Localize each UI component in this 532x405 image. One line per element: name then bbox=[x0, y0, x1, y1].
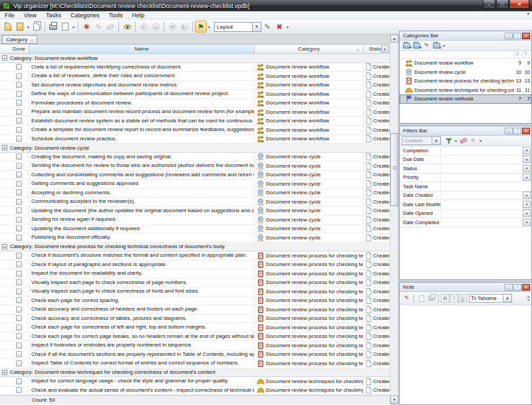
status-filter-dropdown-icon[interactable]: ▼ bbox=[381, 45, 388, 53]
done-checkbox[interactable] bbox=[16, 127, 22, 133]
category-tree-item[interactable]: Document review process for checking tec… bbox=[400, 76, 531, 86]
task-row[interactable]: Sending for review again if required.Doc… bbox=[0, 215, 390, 225]
flag-view-toggle[interactable]: ⚑ bbox=[195, 21, 207, 33]
task-row[interactable]: Communicating accepted to the reviewer(s… bbox=[0, 198, 390, 207]
layout-combobox-value[interactable]: Layout bbox=[214, 22, 253, 32]
save-filter-button[interactable] bbox=[444, 136, 454, 146]
done-checkbox[interactable] bbox=[16, 351, 22, 357]
filter-dropdown-icon[interactable]: ▼ bbox=[523, 165, 531, 172]
task-row[interactable]: Schedule document review practice.Docume… bbox=[0, 135, 390, 144]
done-checkbox[interactable] bbox=[16, 172, 22, 178]
done-checkbox[interactable] bbox=[16, 163, 22, 169]
task-row[interactable]: Check and evaluate the actual sense of d… bbox=[0, 386, 390, 396]
category-tree-item[interactable]: Document review workflow99 bbox=[400, 59, 531, 68]
font-combobox[interactable]: TtTahoma ▼ bbox=[469, 294, 512, 303]
new-category-button[interactable]: + bbox=[402, 41, 412, 51]
new-item-dropdown-icon[interactable]: ▾ bbox=[26, 25, 31, 29]
category-tree-item[interactable]: Document review methods77 bbox=[400, 94, 531, 104]
print-button[interactable] bbox=[47, 21, 59, 33]
note-editor[interactable] bbox=[400, 305, 531, 404]
done-checkbox[interactable] bbox=[16, 118, 22, 124]
done-checkbox[interactable] bbox=[16, 109, 22, 115]
done-checkbox[interactable] bbox=[16, 73, 22, 79]
done-checkbox[interactable] bbox=[16, 360, 22, 366]
delete-filter-button[interactable]: ✖ bbox=[468, 136, 478, 146]
done-checkbox[interactable] bbox=[16, 82, 22, 88]
save-filter-dropdown-icon[interactable]: ▾ bbox=[454, 138, 458, 143]
filter-dropdown-icon[interactable]: ▼ bbox=[523, 219, 531, 226]
category-tree-item[interactable]: Document review cycle1010 bbox=[400, 68, 531, 77]
new-note-button[interactable] bbox=[416, 294, 426, 303]
menu-item-tools[interactable]: Tools bbox=[104, 12, 127, 19]
category-tree-item[interactable]: Document review techniques for checking … bbox=[400, 86, 531, 95]
task-row[interactable]: Check each page for correct page breaks,… bbox=[0, 333, 390, 342]
menu-item-view[interactable]: View bbox=[19, 12, 41, 19]
task-row[interactable]: Prepare and maintain document review rec… bbox=[0, 108, 390, 117]
bold-button[interactable]: B bbox=[441, 294, 450, 303]
panel-close-button[interactable]: ✕ bbox=[522, 128, 530, 134]
group-by-chip-category[interactable]: Category △ bbox=[2, 35, 37, 44]
task-row[interactable]: Inspect for correct language usage - che… bbox=[0, 377, 390, 386]
group-collapse-icon[interactable] bbox=[2, 145, 7, 150]
scroll-up-icon[interactable]: ▲ bbox=[390, 35, 398, 43]
done-checkbox[interactable] bbox=[16, 225, 22, 231]
done-checkbox[interactable] bbox=[16, 64, 22, 70]
task-row[interactable]: Define the ways of communication between… bbox=[0, 90, 390, 99]
task-row[interactable]: Getting comments and suggestions approve… bbox=[0, 180, 390, 189]
filter-dropdown-icon[interactable]: ▼ bbox=[523, 174, 531, 181]
task-row[interactable]: Create a template for document review re… bbox=[0, 126, 390, 135]
print-dropdown-icon[interactable]: ▾ bbox=[71, 25, 76, 29]
column-header-name[interactable]: Name bbox=[29, 45, 255, 53]
done-checkbox[interactable] bbox=[16, 100, 22, 106]
column-header-status[interactable]: Status ▼ bbox=[364, 45, 390, 53]
task-row[interactable]: Check accuracy and correctness of header… bbox=[0, 305, 390, 315]
new-subcategory-button[interactable]: + bbox=[412, 41, 422, 51]
new-item-button[interactable] bbox=[14, 21, 26, 33]
vertical-scrollbar[interactable]: ▲ ▼ bbox=[390, 35, 398, 404]
scrollbar-thumb[interactable] bbox=[390, 133, 398, 206]
panel-pin-button[interactable]: ⊤ bbox=[513, 128, 521, 134]
font-dropdown-icon[interactable]: ▼ bbox=[503, 294, 512, 303]
minimize-button[interactable]: – bbox=[483, 0, 495, 9]
filter-dropdown-icon[interactable]: ▼ bbox=[523, 147, 531, 154]
note-toolbar-dropdown-icon[interactable]: ▾ bbox=[528, 299, 530, 302]
group-collapse-icon[interactable] bbox=[2, 244, 7, 249]
task-row[interactable]: Collecting and consolidating comments an… bbox=[0, 171, 390, 180]
done-checkbox[interactable] bbox=[16, 217, 22, 223]
edit-task-button[interactable]: ✎ bbox=[92, 21, 104, 33]
column-header-done[interactable]: Done bbox=[9, 45, 29, 53]
task-row[interactable]: Formulate procedures of document review.… bbox=[0, 99, 390, 108]
move-up-button[interactable]: ▲ bbox=[150, 21, 162, 33]
filters-toolbar-overflow-icon[interactable]: ▾ bbox=[478, 138, 483, 143]
scroll-down-icon[interactable]: ▼ bbox=[390, 396, 398, 404]
layout-combobox[interactable]: Layout ▼ bbox=[214, 22, 261, 32]
task-row[interactable]: Inspect the document for readability and… bbox=[0, 269, 390, 279]
task-row[interactable]: Create a list of reviewers, define their… bbox=[0, 72, 390, 81]
done-checkbox[interactable] bbox=[16, 271, 22, 277]
task-row[interactable]: Sending the document for review to those… bbox=[0, 162, 390, 171]
categories-toolbar-overflow-icon[interactable]: ▾ bbox=[442, 43, 446, 48]
done-checkbox[interactable] bbox=[16, 279, 22, 285]
task-row[interactable]: Check each page for correctness of left … bbox=[0, 323, 390, 333]
toolbar-overflow-icon[interactable]: ▾ bbox=[285, 25, 290, 29]
menu-item-tasks[interactable]: Tasks bbox=[41, 12, 66, 19]
delete-category-button[interactable]: × bbox=[432, 41, 442, 51]
done-checkbox[interactable] bbox=[16, 387, 22, 393]
panel-close-button[interactable]: ✕ bbox=[522, 284, 530, 291]
group-collapse-icon[interactable] bbox=[2, 370, 7, 375]
task-row[interactable]: Publishing the document officially.Docum… bbox=[0, 233, 390, 243]
done-checkbox[interactable] bbox=[16, 136, 22, 142]
add-task-button[interactable]: ✱ bbox=[80, 21, 92, 33]
delete-task-button[interactable] bbox=[104, 21, 116, 33]
edit-layout-button[interactable]: ✎ bbox=[261, 21, 273, 33]
panel-close-button[interactable]: ✕ bbox=[522, 33, 530, 39]
done-checkbox[interactable] bbox=[16, 342, 22, 348]
new-database-button[interactable] bbox=[2, 21, 14, 33]
print-note-button[interactable] bbox=[426, 294, 436, 303]
task-row[interactable]: Inspect if footnotes or endnotes are pro… bbox=[0, 341, 390, 350]
done-checkbox[interactable] bbox=[16, 235, 22, 241]
edit-category-button[interactable]: ✎ bbox=[422, 41, 432, 51]
done-checkbox[interactable] bbox=[16, 154, 22, 160]
prev-item-button[interactable]: ◀ bbox=[166, 21, 178, 33]
task-row[interactable]: Crete a list of requirements identifying… bbox=[0, 63, 390, 72]
